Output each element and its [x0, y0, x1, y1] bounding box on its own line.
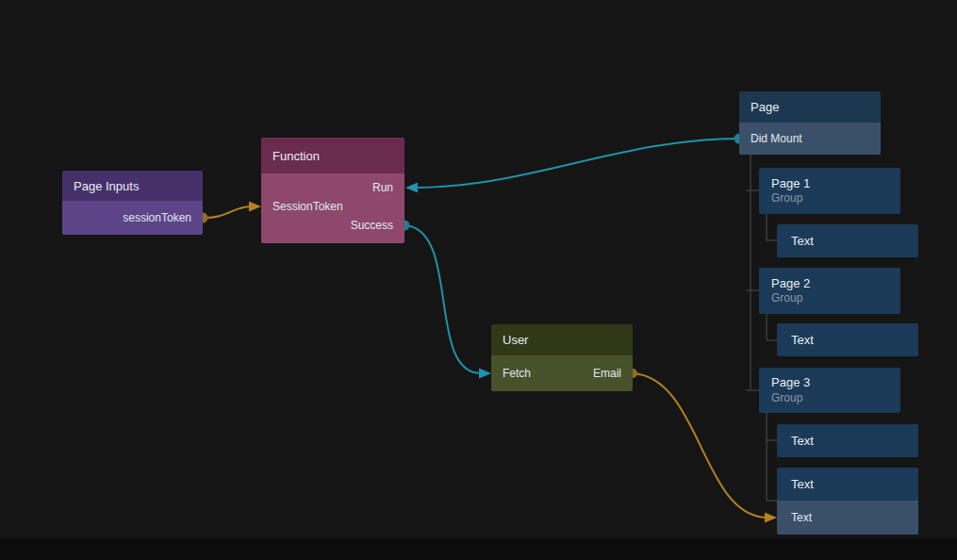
tree-connector-page2 [767, 314, 777, 340]
edge-email-to-text[interactable] [633, 373, 767, 518]
port-sessiontoken-input[interactable]: SessionToken [261, 197, 404, 216]
port-label: Success [351, 219, 393, 232]
node-function-body: Run SessionToken Success [261, 173, 404, 243]
port-label: Run [372, 181, 393, 194]
node-title: Text [791, 434, 814, 448]
node-title: Page Inputs [74, 179, 139, 193]
port-label: SessionToken [272, 200, 343, 213]
node-title: Function [272, 149, 320, 163]
edge-success-to-fetch[interactable] [404, 225, 481, 373]
node-title: User [503, 333, 528, 347]
port-label: Did Mount [751, 132, 802, 145]
edge-arrowhead [249, 202, 261, 212]
port-label: Text [791, 511, 812, 524]
port-success[interactable]: Success [261, 216, 404, 235]
node-text-3[interactable]: Text [777, 424, 918, 457]
canvas-bottom-margin [0, 538, 957, 560]
port-didmount[interactable]: Did Mount [739, 123, 881, 155]
node-title: Text [791, 333, 814, 347]
port-row-fetch-email[interactable]: Fetch Email [491, 355, 633, 391]
edge-sessiontoken-to-function[interactable] [203, 206, 251, 218]
node-title: Text [791, 234, 814, 248]
node-page3-group[interactable]: Page 3 Group [759, 368, 900, 413]
tree-connector-page1 [767, 214, 777, 240]
node-page-inputs[interactable]: Page Inputs sessionToken [62, 171, 203, 235]
node-page2-group[interactable]: Page 2 Group [759, 268, 900, 314]
port-text-input[interactable]: Text [777, 501, 918, 535]
node-title: Page [751, 100, 779, 114]
node-page1-group[interactable]: Page 1 Group [759, 168, 900, 214]
node-graph-canvas[interactable]: Page Inputs sessionToken Function Run Se… [0, 0, 957, 560]
tree-connector-main [746, 155, 759, 390]
port-label-fetch: Fetch [503, 367, 531, 380]
port-label: sessionToken [123, 211, 191, 224]
port-sessiontoken[interactable]: sessionToken [62, 201, 203, 235]
node-function[interactable]: Function Run SessionToken Success [261, 138, 404, 243]
port-label-email: Email [593, 367, 621, 380]
node-page-header[interactable]: Page [739, 91, 881, 123]
node-text-1[interactable]: Text [777, 224, 918, 257]
node-title: Page 2 [771, 276, 900, 291]
node-user-header[interactable]: User [491, 324, 633, 355]
node-subtitle: Group [771, 391, 900, 405]
node-title: Text [791, 477, 814, 491]
edge-arrowhead [765, 513, 777, 523]
edge-arrowhead [479, 369, 491, 379]
node-function-header[interactable]: Function [261, 138, 404, 173]
node-title: Page 1 [771, 176, 900, 191]
node-text-4[interactable]: Text Text [777, 468, 918, 535]
node-subtitle: Group [771, 291, 900, 305]
node-user[interactable]: User Fetch Email [491, 324, 633, 391]
node-text-2[interactable]: Text [777, 323, 918, 356]
edge-arrowhead [405, 183, 418, 193]
node-text-4-header[interactable]: Text [777, 468, 918, 501]
node-subtitle: Group [771, 191, 900, 206]
port-run[interactable]: Run [261, 178, 404, 197]
node-title: Page 3 [771, 375, 900, 390]
tree-connector-page3 [767, 413, 777, 501]
node-page-inputs-header[interactable]: Page Inputs [62, 171, 203, 201]
node-page[interactable]: Page Did Mount [739, 91, 881, 155]
edge-didmount-to-run[interactable] [416, 139, 738, 188]
